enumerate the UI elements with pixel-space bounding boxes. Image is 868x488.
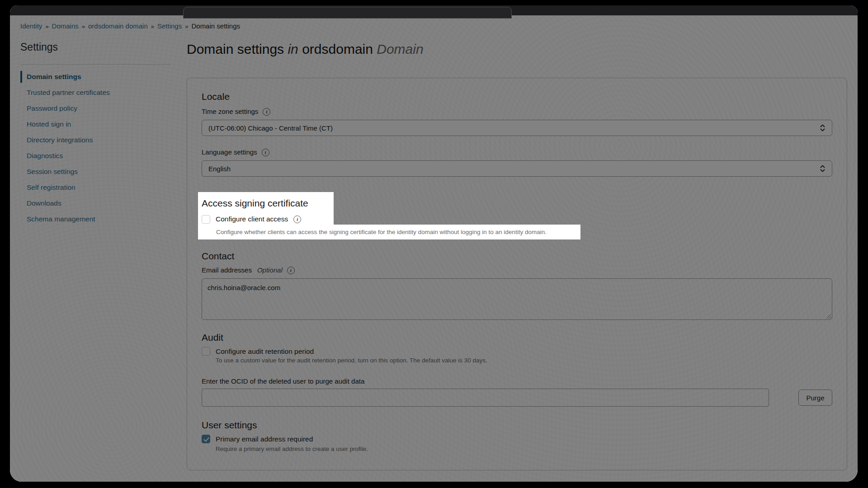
configure-client-access-label: Configure client access <box>216 215 288 223</box>
ocid-row: Purge <box>202 389 832 407</box>
language-label: Language settings <box>202 148 257 157</box>
user-settings-help-text: Require a primary email address to creat… <box>216 445 832 453</box>
access-signing-description: Configure whether clients can access the… <box>216 228 573 236</box>
page-title-domain-name: ordsdomain <box>302 42 373 56</box>
sidebar-link-hosted-sign-in[interactable]: Hosted sign in <box>20 118 171 130</box>
breadcrumb-separator-icon: » <box>82 23 85 30</box>
primary-email-checkbox[interactable] <box>202 435 210 443</box>
select-chevrons-icon <box>820 164 826 173</box>
email-label-row: Email addresses Optional i <box>202 266 832 275</box>
info-icon[interactable]: i <box>262 149 269 156</box>
configure-client-access-row: Configure client access i <box>202 214 327 225</box>
timezone-label-row: Time zone settings i <box>202 107 832 116</box>
info-icon[interactable]: i <box>293 216 301 223</box>
sidebar-item-session-settings: Session settings <box>20 166 171 178</box>
breadcrumb-link-domains[interactable]: Domains <box>52 22 79 30</box>
access-signing-certificate-section: Access signing certificate Configure cli… <box>198 192 832 239</box>
breadcrumb-separator-icon: » <box>45 23 48 30</box>
domain-settings-form-card: Locale Time zone settings i (UTC-06:00) … <box>187 78 847 470</box>
highlight-box-description: Configure whether clients can access the… <box>198 225 580 239</box>
browser-tab-outline <box>183 7 512 19</box>
ocid-label: Enter the OCID of the deleted user to pu… <box>202 377 364 386</box>
sidebar-item-password-policy: Password policy <box>20 103 171 114</box>
locale-heading: Locale <box>202 91 832 103</box>
sidebar-item-self-registration: Self registration <box>20 182 171 193</box>
audit-retention-label: Configure audit retention period <box>216 347 314 356</box>
sidebar-item-domain-settings: Domain settings <box>20 71 171 83</box>
breadcrumb: Identity»Domains»ordsdomain domain»Setti… <box>20 22 240 31</box>
sidebar-title: Settings <box>20 41 171 53</box>
sidebar-link-downloads[interactable]: Downloads <box>20 197 171 209</box>
sidebar-item-schema-management: Schema management <box>20 213 171 225</box>
language-select[interactable]: English <box>202 160 832 177</box>
breadcrumb-link-identity[interactable]: Identity <box>20 22 42 30</box>
ocid-input[interactable] <box>202 389 769 407</box>
highlight-box-heading: Access signing certificate Configure cli… <box>198 192 334 225</box>
audit-retention-row: Configure audit retention period <box>202 347 832 356</box>
language-label-row: Language settings i <box>202 148 832 157</box>
sidebar-item-diagnostics: Diagnostics <box>20 150 171 162</box>
access-signing-heading: Access signing certificate <box>202 197 327 209</box>
page-content: Identity»Domains»ordsdomain domain»Setti… <box>10 15 858 482</box>
email-textarea-wrap: chris.hoina@oracle.com <box>202 278 832 320</box>
sidebar-item-directory-integrations: Directory integrations <box>20 134 171 146</box>
sidebar-nav: Domain settingsTrusted partner certifica… <box>20 71 171 225</box>
primary-email-label: Primary email address required <box>216 435 313 443</box>
breadcrumb-link-ordsdomain-domain[interactable]: ordsdomain domain <box>88 22 148 30</box>
contact-heading: Contact <box>202 250 832 262</box>
audit-help-text: To use a custom value for the audit rete… <box>216 357 832 364</box>
sidebar-item-downloads: Downloads <box>20 197 171 209</box>
sidebar-link-password-policy[interactable]: Password policy <box>20 103 171 114</box>
audit-retention-checkbox[interactable] <box>202 347 210 356</box>
timezone-label: Time zone settings <box>202 107 258 116</box>
purge-button[interactable]: Purge <box>798 389 832 406</box>
info-icon[interactable]: i <box>263 108 270 116</box>
browser-chrome-bar <box>10 5 858 15</box>
email-addresses-textarea[interactable]: chris.hoina@oracle.com <box>202 278 832 320</box>
settings-sidebar: Settings Domain settingsTrusted partner … <box>20 41 171 229</box>
breadcrumb-current-domain-settings: Domain settings <box>191 22 240 30</box>
ocid-label-row: Enter the OCID of the deleted user to pu… <box>202 377 832 386</box>
optional-label: Optional <box>257 266 283 275</box>
user-settings-heading: User settings <box>202 419 832 431</box>
main-column: Domain settings in ordsdomain Domain Loc… <box>187 41 847 470</box>
sidebar-link-trusted-partner-certificates[interactable]: Trusted partner certificates <box>20 87 171 99</box>
timezone-select[interactable]: (UTC-06:00) Chicago - Central Time (CT) <box>202 120 832 136</box>
language-select-value: English <box>208 165 231 173</box>
primary-email-row: Primary email address required <box>202 435 832 443</box>
sidebar-link-session-settings[interactable]: Session settings <box>20 166 171 178</box>
audit-heading: Audit <box>202 332 832 343</box>
configure-client-access-checkbox[interactable] <box>202 215 210 224</box>
sidebar-link-schema-management[interactable]: Schema management <box>20 213 171 225</box>
breadcrumb-separator-icon: » <box>151 23 154 30</box>
select-chevrons-icon <box>820 123 826 132</box>
browser-window: Identity»Domains»ordsdomain domain»Setti… <box>10 5 858 482</box>
page-title-main: Domain settings <box>187 42 284 56</box>
breadcrumb-separator-icon: » <box>185 23 188 30</box>
page-title-domain-word: Domain <box>377 42 423 56</box>
page-title-in: in <box>288 42 298 56</box>
email-addresses-label: Email addresses <box>202 266 252 275</box>
info-icon[interactable]: i <box>287 267 295 274</box>
sidebar-link-diagnostics[interactable]: Diagnostics <box>20 150 171 162</box>
sidebar-item-hosted-sign-in: Hosted sign in <box>20 118 171 130</box>
sidebar-link-directory-integrations[interactable]: Directory integrations <box>20 134 171 146</box>
breadcrumb-link-settings[interactable]: Settings <box>157 22 182 30</box>
timezone-select-value: (UTC-06:00) Chicago - Central Time (CT) <box>208 124 333 132</box>
sidebar-item-trusted-partner-certificates: Trusted partner certificates <box>20 87 171 99</box>
sidebar-link-domain-settings[interactable]: Domain settings <box>20 71 171 83</box>
sidebar-link-self-registration[interactable]: Self registration <box>20 182 171 193</box>
page-title: Domain settings in ordsdomain Domain <box>187 41 847 58</box>
sidebar-divider <box>20 64 171 65</box>
